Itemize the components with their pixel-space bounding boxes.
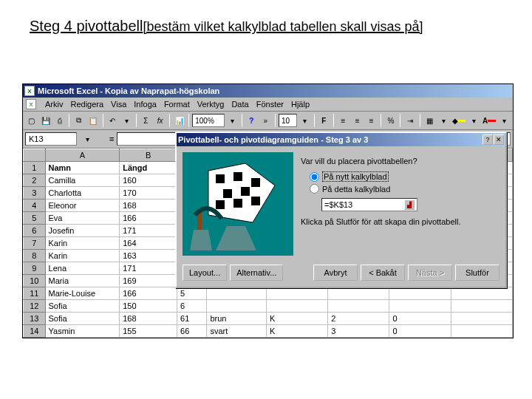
cell[interactable]: 170 [120, 187, 177, 200]
cell[interactable]: 3 [328, 325, 389, 338]
cell[interactable] [389, 300, 451, 313]
cell[interactable]: 169 [120, 275, 177, 287]
cell[interactable] [451, 313, 512, 325]
select-all-cell[interactable] [24, 149, 46, 162]
radio-new-sheet[interactable] [310, 172, 319, 182]
cell[interactable]: 0 [389, 325, 451, 338]
cell[interactable]: Karin [45, 237, 120, 250]
cell[interactable]: Namn [45, 162, 120, 174]
row-header[interactable]: 13 [24, 313, 46, 325]
cell[interactable]: 166 [120, 287, 177, 300]
finish-button[interactable]: Slutför [455, 265, 499, 281]
cell[interactable]: 2 [328, 313, 389, 325]
cell[interactable]: Eva [45, 212, 120, 225]
dialog-help-button[interactable]: ? [482, 134, 493, 145]
redo-dropdown[interactable]: ▾ [120, 113, 133, 128]
cell[interactable]: 171 [120, 225, 177, 237]
menu-data[interactable]: Data [231, 100, 248, 109]
autosum-button[interactable]: Σ [140, 113, 152, 128]
row-header[interactable]: 3 [24, 187, 46, 200]
cell[interactable]: 0 [389, 313, 451, 325]
cell[interactable]: Längd [120, 162, 177, 174]
row-header[interactable]: 12 [24, 300, 46, 313]
fontsize-input[interactable]: 10 [279, 114, 297, 127]
cell[interactable] [207, 287, 267, 300]
cell[interactable]: Karin [45, 250, 120, 262]
indent-button[interactable]: ⇥ [403, 113, 416, 128]
border-button[interactable]: ▦ [423, 113, 436, 128]
cell[interactable] [266, 287, 327, 300]
zoom-input[interactable]: 100% [192, 114, 224, 127]
cell[interactable]: Yasmin [45, 325, 120, 338]
cell[interactable]: 66 [177, 325, 207, 338]
cell[interactable]: Lena [45, 262, 120, 275]
row-header[interactable]: 5 [24, 212, 46, 225]
chart-button[interactable]: 📊 [173, 113, 185, 128]
name-box[interactable]: K13 [25, 132, 77, 146]
menu-verktyg[interactable]: Verktyg [197, 100, 225, 109]
collapse-dialog-icon[interactable]: ▟ [404, 200, 415, 210]
cell[interactable] [328, 287, 389, 300]
col-header[interactable]: B [120, 149, 177, 162]
cell[interactable] [451, 300, 512, 313]
cell[interactable]: 164 [120, 237, 177, 250]
row-header[interactable]: 4 [24, 200, 46, 212]
radio-this-sheet[interactable] [310, 184, 319, 194]
border-dropdown[interactable]: ▾ [437, 113, 450, 128]
fontsize-dropdown[interactable]: ▾ [299, 113, 311, 128]
fillcolor-button[interactable]: ◆ [451, 113, 466, 128]
cell[interactable]: 160 [120, 174, 177, 187]
back-button[interactable]: < Bakåt [361, 265, 405, 281]
cell[interactable]: 155 [120, 325, 177, 338]
cell[interactable] [451, 287, 512, 300]
menu-arkiv[interactable]: Arkiv [45, 100, 63, 109]
cell[interactable]: 61 [177, 313, 207, 325]
cell[interactable]: K [266, 313, 327, 325]
help-button[interactable]: ? [245, 113, 258, 128]
row-header[interactable]: 10 [24, 275, 46, 287]
fontcolor-button[interactable]: A [482, 113, 497, 128]
more-button[interactable]: » [259, 113, 272, 128]
cell[interactable]: 166 [120, 212, 177, 225]
menu-hjalp[interactable]: Hjälp [291, 100, 310, 109]
row-header[interactable]: 14 [24, 325, 46, 338]
align-center-button[interactable]: ≡ [351, 113, 364, 128]
cell[interactable]: 6 [177, 300, 207, 313]
menu-fonster[interactable]: Fönster [256, 100, 284, 109]
zoom-dropdown[interactable]: ▾ [226, 113, 239, 128]
paste-button[interactable]: 📋 [87, 113, 100, 128]
dialog-close-button[interactable]: ✕ [494, 134, 504, 145]
cell[interactable]: 168 [120, 200, 177, 212]
save-button[interactable]: 💾 [39, 113, 52, 128]
cell[interactable]: K [266, 325, 327, 338]
cell[interactable]: 5 [177, 287, 207, 300]
cell[interactable]: svart [207, 325, 267, 338]
cell[interactable]: Charlotta [45, 187, 120, 200]
cell[interactable] [389, 287, 451, 300]
row-header[interactable]: 9 [24, 262, 46, 275]
col-header[interactable]: A [45, 149, 120, 162]
row-header[interactable]: 6 [24, 225, 46, 237]
row-header[interactable]: 1 [24, 162, 46, 174]
cell[interactable]: 150 [120, 300, 177, 313]
namebox-dropdown[interactable]: ▾ [80, 132, 95, 146]
cell[interactable]: Marie-Louise [45, 287, 120, 300]
cell[interactable] [266, 300, 327, 313]
row-header[interactable]: 8 [24, 250, 46, 262]
cell[interactable]: Camilla [45, 174, 120, 187]
bold-button[interactable]: F [318, 113, 330, 128]
cell[interactable] [451, 325, 512, 338]
cell[interactable] [328, 300, 389, 313]
cell-ref-input[interactable]: =$K$13 ▟ [321, 198, 417, 211]
copy-button[interactable]: ⧉ [72, 113, 85, 128]
cell[interactable]: 171 [120, 262, 177, 275]
layout-button[interactable]: Layout... [183, 265, 227, 281]
cell[interactable]: Sofia [45, 300, 120, 313]
cell[interactable] [207, 300, 267, 313]
cell[interactable]: Josefin [45, 225, 120, 237]
fillcolor-dropdown[interactable]: ▾ [468, 113, 480, 128]
menu-infoga[interactable]: Infoga [134, 100, 157, 109]
cell[interactable]: brun [207, 313, 267, 325]
menu-format[interactable]: Format [164, 100, 190, 109]
row-header[interactable]: 2 [24, 174, 46, 187]
